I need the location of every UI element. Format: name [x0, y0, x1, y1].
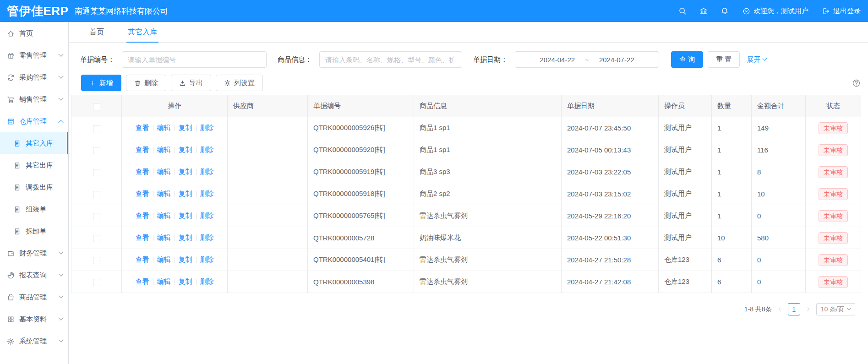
delete-link[interactable]: 删除	[200, 146, 214, 153]
view-link[interactable]: 查看	[136, 168, 149, 175]
gift-icon	[7, 52, 15, 60]
tab[interactable]: 首页	[88, 22, 105, 42]
delete-link[interactable]: 删除	[200, 190, 214, 197]
sidebar-item-label: 零售管理	[19, 51, 59, 60]
copy-link[interactable]: 复制	[179, 212, 192, 219]
sidebar-item[interactable]: 商品管理	[0, 286, 68, 308]
cell-supplier	[228, 271, 308, 293]
delete-link[interactable]: 删除	[200, 212, 214, 219]
add-button[interactable]: 新增	[81, 75, 121, 91]
cell-date: 2024-04-27 21:42:08	[562, 271, 659, 293]
view-link[interactable]: 查看	[136, 212, 149, 219]
row-checkbox[interactable]	[93, 169, 100, 176]
sidebar-item[interactable]: 首页	[0, 22, 68, 44]
pagination: 1-8 共8条 1 10 条/页	[69, 303, 855, 315]
row-checkbox[interactable]	[93, 191, 100, 198]
page-size-select[interactable]: 10 条/页	[816, 303, 855, 315]
table-row: 查看编辑复制删除 QTRK00000005919[转] 商品3 sp3 2024…	[71, 161, 861, 183]
edit-link[interactable]: 编辑	[157, 212, 171, 219]
chevron-down-icon	[763, 56, 767, 60]
divider	[153, 279, 153, 285]
reset-button[interactable]: 重 置	[708, 51, 740, 68]
tab[interactable]: 其它入库	[126, 22, 158, 42]
row-checkbox[interactable]	[93, 125, 100, 132]
user-menu[interactable]: 欢迎您，测试用户	[742, 7, 808, 16]
chevron-icon	[58, 96, 63, 101]
copy-link[interactable]: 复制	[179, 190, 192, 197]
bell-icon[interactable]	[721, 7, 729, 15]
view-link[interactable]: 查看	[136, 190, 149, 197]
edit-link[interactable]: 编辑	[157, 146, 171, 153]
sidebar-item[interactable]: 采购管理	[0, 66, 68, 88]
row-checkbox[interactable]	[93, 279, 100, 286]
view-link[interactable]: 查看	[136, 124, 149, 131]
copy-link[interactable]: 复制	[179, 234, 192, 241]
delete-link[interactable]: 删除	[200, 124, 214, 131]
table-row: 查看编辑复制删除 QTRK00000005918[转] 商品2 sp2 2024…	[71, 183, 861, 205]
sidebar-item[interactable]: 财务管理	[0, 242, 68, 264]
bill-no-input[interactable]	[122, 51, 267, 68]
divider	[196, 125, 197, 131]
expand-link[interactable]: 展开	[747, 55, 766, 64]
chevron-icon	[58, 52, 63, 57]
sidebar-item[interactable]: 销售管理	[0, 88, 68, 110]
divider	[196, 213, 197, 219]
delete-button[interactable]: 删除	[126, 75, 166, 91]
edit-link[interactable]: 编辑	[157, 277, 171, 285]
copy-link[interactable]: 复制	[179, 124, 192, 131]
sidebar-item[interactable]: 系统管理	[0, 330, 68, 352]
edit-link[interactable]: 编辑	[157, 190, 171, 197]
sidebar-item[interactable]: 报表查询	[0, 264, 68, 286]
product-info-input[interactable]	[319, 51, 462, 68]
copy-link[interactable]: 复制	[179, 168, 192, 175]
next-page-button[interactable]	[805, 306, 811, 312]
copy-link[interactable]: 复制	[179, 255, 192, 263]
delete-link[interactable]: 删除	[200, 255, 214, 263]
table-row: 查看编辑复制删除 QTRK00000005401[转] 雷达杀虫气雾剂 2024…	[71, 249, 861, 271]
page-number[interactable]: 1	[788, 303, 800, 315]
prev-page-button[interactable]	[777, 306, 783, 312]
sync-icon	[7, 74, 15, 81]
sidebar-item[interactable]: 其它出库	[0, 154, 68, 176]
copy-link[interactable]: 复制	[179, 277, 192, 285]
logout-button[interactable]: 退出登录	[822, 7, 861, 16]
edit-link[interactable]: 编辑	[157, 168, 171, 175]
view-link[interactable]: 查看	[136, 234, 149, 241]
delete-link[interactable]: 删除	[200, 168, 214, 175]
sidebar-item[interactable]: 组装单	[0, 198, 68, 220]
sidebar-item[interactable]: 调拨出库	[0, 176, 68, 198]
sidebar-item[interactable]: 拆卸单	[0, 220, 68, 242]
divider	[196, 279, 197, 285]
delete-link[interactable]: 删除	[200, 277, 214, 285]
edit-link[interactable]: 编辑	[157, 234, 171, 241]
edit-link[interactable]: 编辑	[157, 255, 171, 263]
export-button[interactable]: 导出	[171, 75, 211, 91]
view-link[interactable]: 查看	[136, 277, 149, 285]
row-checkbox[interactable]	[93, 257, 100, 264]
col-header-date: 单据日期	[562, 95, 659, 117]
edit-link[interactable]: 编辑	[157, 124, 171, 131]
sidebar-item[interactable]: 其它入库	[0, 132, 68, 154]
product-info-label: 商品信息：	[278, 55, 312, 64]
sidebar-item[interactable]: 仓库管理	[0, 110, 68, 132]
search-button[interactable]: 查 询	[671, 51, 703, 68]
welcome-text: 欢迎您，测试用户	[753, 7, 808, 16]
help-icon[interactable]	[852, 79, 861, 87]
view-link[interactable]: 查看	[136, 146, 149, 153]
search-icon[interactable]	[678, 7, 687, 15]
row-checkbox[interactable]	[93, 147, 100, 154]
sidebar-item[interactable]: 基本资料	[0, 308, 68, 330]
column-settings-button[interactable]: 列设置	[216, 75, 263, 91]
select-all-checkbox[interactable]	[93, 103, 100, 110]
bank-icon[interactable]	[699, 7, 708, 15]
sidebar-item[interactable]: 零售管理	[0, 44, 68, 66]
row-checkbox[interactable]	[93, 213, 100, 220]
col-header-actions: 操作	[122, 95, 228, 117]
date-range-picker[interactable]: 2024-04-22 ~ 2024-07-22	[515, 51, 659, 68]
view-link[interactable]: 查看	[136, 255, 149, 263]
table-row: 查看编辑复制删除 QTRK00000005765[转] 雷达杀虫气雾剂 2024…	[71, 205, 861, 227]
row-checkbox[interactable]	[93, 235, 100, 242]
tab-label: 其它入库	[128, 27, 157, 37]
copy-link[interactable]: 复制	[179, 146, 192, 153]
delete-link[interactable]: 删除	[200, 234, 214, 241]
